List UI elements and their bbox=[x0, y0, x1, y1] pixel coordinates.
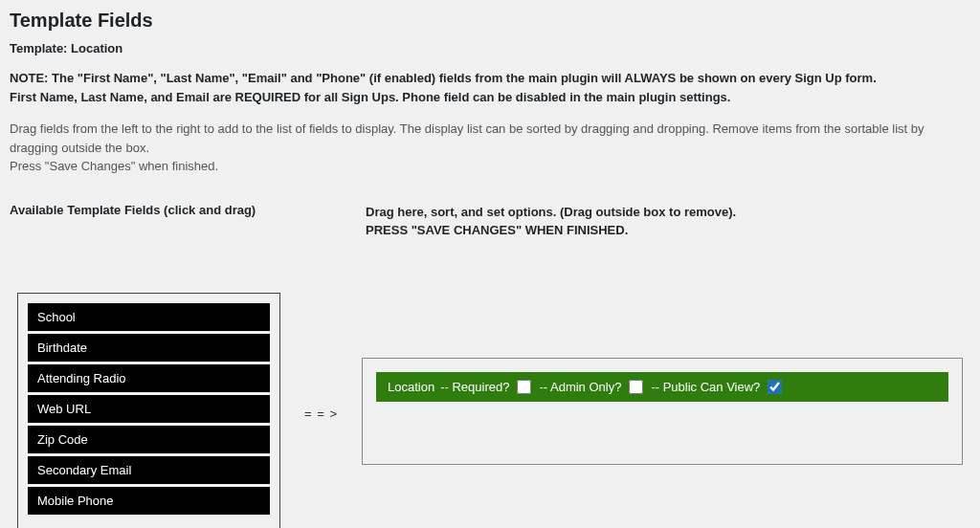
note-line-1: NOTE: The "First Name", "Last Name", "Em… bbox=[10, 69, 970, 88]
available-field-item[interactable]: Birthdate bbox=[28, 334, 270, 362]
available-fields-heading: Available Template Fields (click and dra… bbox=[10, 203, 366, 240]
public-view-label: -- Public Can View? bbox=[651, 380, 760, 394]
template-label: Template: bbox=[10, 41, 67, 55]
drop-heading-line-2: PRESS "SAVE CHANGES" WHEN FINISHED. bbox=[366, 221, 970, 240]
note-block: NOTE: The "First Name", "Last Name", "Em… bbox=[10, 69, 970, 106]
selected-field-row[interactable]: Location -- Required? -- Admin Only? -- … bbox=[376, 372, 948, 402]
required-label: -- Required? bbox=[440, 380, 509, 394]
transfer-arrow: = = > bbox=[280, 407, 362, 421]
available-field-item[interactable]: Mobile Phone bbox=[28, 487, 270, 515]
note-line-2: First Name, Last Name, and Email are REQ… bbox=[10, 88, 970, 107]
admin-only-checkbox[interactable] bbox=[629, 380, 643, 394]
available-field-item[interactable]: Secondary Email bbox=[28, 456, 270, 484]
instruction-line-2: Press "Save Changes" when finished. bbox=[10, 157, 970, 176]
selected-field-name: Location bbox=[388, 380, 434, 394]
drop-heading-line-1: Drag here, sort, and set options. (Drag … bbox=[366, 203, 970, 222]
instruction-line-1: Drag fields from the left to the right t… bbox=[10, 120, 970, 157]
page-title: Template Fields bbox=[10, 10, 970, 32]
available-field-item[interactable]: Web URL bbox=[28, 395, 270, 423]
public-view-checkbox[interactable] bbox=[768, 380, 782, 394]
available-field-item[interactable]: Zip Code bbox=[28, 426, 270, 453]
available-fields-box[interactable]: School Birthdate Attending Radio Web URL… bbox=[17, 293, 280, 529]
drop-area-heading: Drag here, sort, and set options. (Drag … bbox=[366, 203, 970, 240]
available-field-item[interactable]: School bbox=[28, 303, 270, 331]
template-name: Location bbox=[71, 41, 122, 55]
available-field-item[interactable]: Attending Radio bbox=[28, 364, 270, 392]
template-subtitle: Template: Location bbox=[10, 41, 970, 55]
selected-fields-box[interactable]: Location -- Required? -- Admin Only? -- … bbox=[362, 358, 963, 465]
required-checkbox[interactable] bbox=[517, 380, 531, 394]
instructions-block: Drag fields from the left to the right t… bbox=[10, 120, 970, 176]
admin-only-label: -- Admin Only? bbox=[539, 380, 621, 394]
